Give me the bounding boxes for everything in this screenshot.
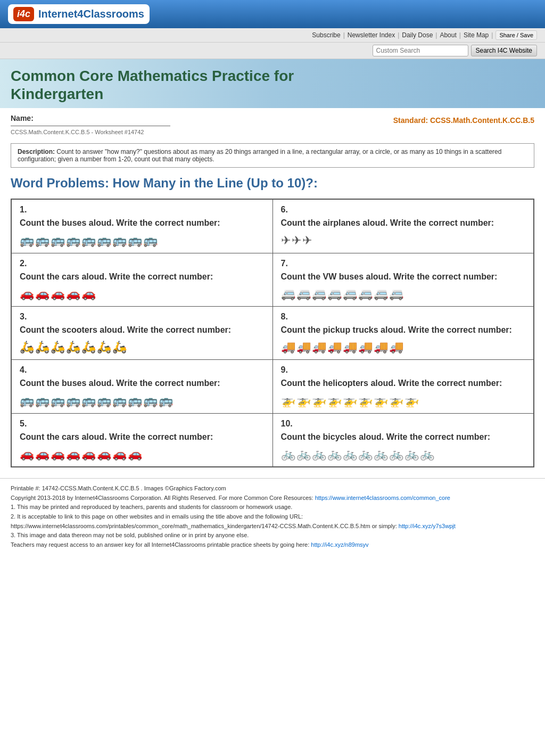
- problem-6-text: Count the airplanes aloud. Write the cor…: [281, 217, 526, 229]
- problem-10-vehicles: 🚲🚲🚲🚲🚲🚲🚲🚲🚲🚲: [281, 447, 526, 461]
- problem-2-num: 2.: [20, 259, 265, 268]
- nav-about[interactable]: About: [440, 31, 456, 39]
- problems-table: 1. Count the buses aloud. Write the corr…: [11, 199, 534, 467]
- standard-title: Standard: CCSS.Math.Content.K.CC.B.5: [283, 116, 534, 125]
- footer-note1: 1. This may be printed and reproduced by…: [11, 503, 534, 512]
- footer-note3: 3. This image and data thereon may not b…: [11, 531, 534, 540]
- problem-6-vehicles: ✈✈✈: [281, 234, 526, 248]
- footer: Printable #: 14742-CCSS.Math.Content.K.C…: [0, 478, 545, 555]
- problem-8-vehicles: 🚚🚚🚚🚚🚚🚚🚚🚚: [281, 340, 526, 354]
- nav-subscribe[interactable]: Subscribe: [312, 31, 340, 39]
- footer-answer-key-link[interactable]: http://i4c.xyz/n89msyv: [311, 541, 368, 548]
- problem-9-num: 9.: [281, 365, 526, 375]
- problem-9-vehicles: 🚁🚁🚁🚁🚁🚁🚁🚁🚁: [281, 394, 526, 408]
- standard-block: Standard: CCSS.Math.Content.K.CC.B.5: [283, 113, 534, 125]
- problem-4-text: Count the buses aloud. Write the correct…: [20, 377, 265, 389]
- description-box: Description: Count to answer "how many?"…: [11, 143, 534, 168]
- problem-6: 6. Count the airplanes aloud. Write the …: [272, 199, 534, 253]
- footer-printable: Printable #: 14742-CCSS.Math.Content.K.C…: [11, 484, 534, 494]
- share-save-button[interactable]: Share / Save: [496, 30, 537, 40]
- logo-i4c-badge: i4c: [13, 7, 34, 21]
- problem-9: 9. Count the helicopters aloud. Write th…: [272, 360, 534, 413]
- problems-row-4: 4. Count the buses aloud. Write the corr…: [11, 360, 534, 413]
- standard-code: CCSS.Math.Content.K.CC.B.5 - Worksheet #…: [11, 129, 272, 135]
- problem-7-vehicles: 🚐🚐🚐🚐🚐🚐🚐🚐: [281, 287, 526, 301]
- problem-4-num: 4.: [20, 365, 265, 375]
- name-standard-row: Name: CCSS.Math.Content.K.CC.B.5 - Works…: [11, 113, 534, 135]
- problem-1-num: 1.: [20, 205, 265, 215]
- problem-8-text: Count the pickup trucks aloud. Write the…: [281, 324, 526, 336]
- logo-text: Internet4Classrooms: [38, 8, 144, 20]
- problem-7-text: Count the VW buses aloud. Write the corr…: [281, 271, 526, 283]
- description-text: Count to answer "how many?" questions ab…: [18, 148, 501, 163]
- nav-site-map[interactable]: Site Map: [464, 31, 489, 39]
- banner: Common Core Mathematics Practice for Kin…: [0, 59, 545, 108]
- logo-box[interactable]: i4c Internet4Classrooms: [8, 4, 150, 24]
- problem-5-vehicles: 🚗🚗🚗🚗🚗🚗🚗🚗: [20, 447, 265, 461]
- problem-3-vehicles: 🛵🛵🛵🛵🛵🛵🛵: [20, 340, 265, 354]
- problem-2-vehicles: 🚗🚗🚗🚗🚗: [20, 287, 265, 301]
- name-label: Name:: [11, 114, 34, 122]
- content-area: Name: CCSS.Math.Content.K.CC.B.5 - Works…: [0, 108, 545, 478]
- search-input[interactable]: [373, 45, 468, 56]
- problem-5-num: 5.: [20, 419, 265, 429]
- problem-10-text: Count the bicycles aloud. Write the corr…: [281, 431, 526, 443]
- problem-3: 3. Count the scooters aloud. Write the c…: [11, 306, 272, 359]
- problem-2: 2. Count the cars aloud. Write the corre…: [11, 253, 272, 306]
- problem-7: 7. Count the VW buses aloud. Write the c…: [272, 253, 534, 306]
- footer-answer-key: Teachers may request access to an answer…: [11, 540, 534, 550]
- problems-row-5: 5. Count the cars aloud. Write the corre…: [11, 413, 534, 467]
- description-label: Description:: [18, 148, 55, 155]
- banner-title: Common Core Mathematics Practice for Kin…: [11, 67, 534, 103]
- nav-bar: Subscribe | Newsletter Index | Daily Dos…: [0, 28, 545, 43]
- problem-4: 4. Count the buses aloud. Write the corr…: [11, 360, 272, 413]
- search-bar: Search I4C Website: [0, 43, 545, 59]
- problem-2-text: Count the cars aloud. Write the correct …: [20, 271, 265, 283]
- problem-10-num: 10.: [281, 419, 526, 429]
- nav-newsletter-index[interactable]: Newsletter Index: [348, 31, 395, 39]
- problem-6-num: 6.: [281, 205, 526, 215]
- problem-10: 10. Count the bicycles aloud. Write the …: [272, 413, 534, 467]
- problem-1: 1. Count the buses aloud. Write the corr…: [11, 199, 272, 253]
- problem-8-num: 8.: [281, 312, 526, 322]
- header: i4c Internet4Classrooms: [0, 0, 545, 28]
- problem-1-text: Count the buses aloud. Write the correct…: [20, 217, 265, 229]
- problem-7-num: 7.: [281, 259, 526, 268]
- footer-url: https://www.internet4classrooms.com/prin…: [11, 522, 534, 531]
- footer-short-url-link[interactable]: http://i4c.xyz/y7s3wpjt: [399, 523, 456, 529]
- problems-row-1: 1. Count the buses aloud. Write the corr…: [11, 199, 534, 253]
- problem-9-text: Count the helicopters aloud. Write the c…: [281, 377, 526, 389]
- problem-8: 8. Count the pickup trucks aloud. Write …: [272, 306, 534, 359]
- problem-4-vehicles: 🚌🚌🚌🚌🚌🚌🚌🚌🚌🚌: [20, 394, 265, 408]
- name-block: Name: CCSS.Math.Content.K.CC.B.5 - Works…: [11, 113, 272, 135]
- problem-3-text: Count the scooters aloud. Write the corr…: [20, 324, 265, 336]
- problem-1-vehicles: 🚌🚌🚌🚌🚌🚌🚌🚌🚌: [20, 234, 265, 248]
- search-button[interactable]: Search I4C Website: [471, 45, 538, 56]
- footer-common-core-link[interactable]: https://www.internet4classrooms.com/comm…: [315, 495, 450, 501]
- name-underline: [11, 126, 170, 126]
- nav-daily-dose[interactable]: Daily Dose: [402, 31, 433, 39]
- worksheet-title: Word Problems: How Many in the Line (Up …: [11, 176, 534, 191]
- problem-5-text: Count the cars aloud. Write the correct …: [20, 431, 265, 443]
- problem-5: 5. Count the cars aloud. Write the corre…: [11, 413, 272, 467]
- problems-row-3: 3. Count the scooters aloud. Write the c…: [11, 306, 534, 359]
- problem-3-num: 3.: [20, 312, 265, 322]
- footer-note2: 2. It is acceptable to link to this page…: [11, 512, 534, 522]
- problems-row-2: 2. Count the cars aloud. Write the corre…: [11, 253, 534, 306]
- footer-copyright: Copyright 2013-2018 by Internet4Classroo…: [11, 494, 534, 503]
